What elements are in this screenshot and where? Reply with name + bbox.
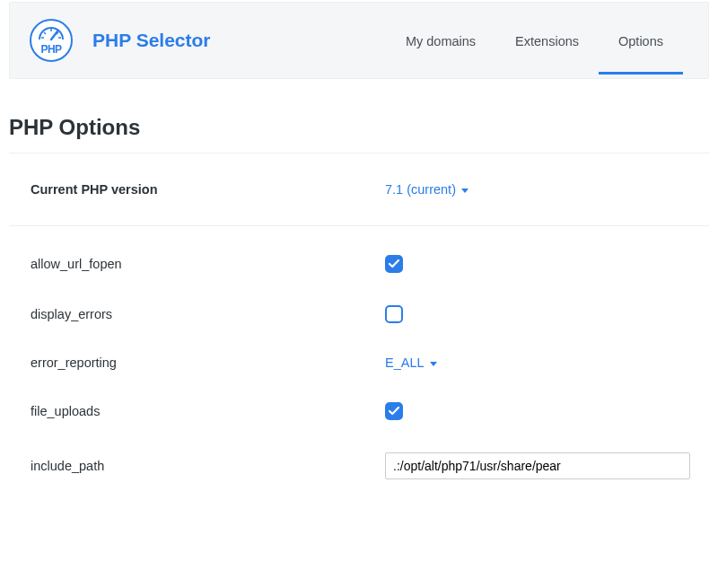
option-control — [385, 452, 709, 479]
gauge-icon — [38, 27, 65, 41]
version-row: Current PHP version 7.1 (current) — [9, 166, 709, 213]
version-section: Current PHP version 7.1 (current) — [9, 159, 709, 220]
divider — [9, 225, 709, 226]
page-title: PHP Options — [9, 115, 709, 140]
check-icon — [389, 407, 399, 416]
option-label: error_reporting — [31, 355, 385, 370]
option-control — [385, 255, 709, 273]
app-title: PHP Selector — [92, 30, 211, 51]
option-row-file_uploads: file_uploads — [9, 386, 709, 436]
checkbox-display_errors[interactable] — [385, 305, 403, 323]
check-icon — [389, 259, 399, 268]
option-label: include_path — [31, 459, 385, 473]
chevron-down-icon — [461, 189, 468, 193]
logo-text: PHP — [40, 43, 61, 60]
option-control — [385, 402, 709, 420]
svg-line-5 — [51, 31, 57, 39]
header-bar: PHP PHP Selector My domainsExtensionsOpt… — [9, 2, 709, 79]
option-control: E_ALL — [385, 355, 709, 370]
option-control — [385, 305, 709, 323]
version-value: 7.1 (current) — [385, 182, 456, 197]
text-input-include_path[interactable] — [385, 452, 690, 479]
option-label: file_uploads — [31, 404, 385, 418]
checkbox-file_uploads[interactable] — [385, 402, 403, 420]
tab-bar: My domainsExtensionsOptions — [386, 23, 683, 58]
chevron-down-icon — [430, 362, 437, 366]
options-section: allow_url_fopendisplay_errorserror_repor… — [9, 232, 709, 503]
tab-my-domains[interactable]: My domains — [386, 7, 495, 75]
checkbox-allow_url_fopen[interactable] — [385, 255, 403, 273]
divider — [9, 153, 709, 154]
tab-options[interactable]: Options — [599, 7, 683, 75]
option-label: allow_url_fopen — [31, 257, 385, 271]
tab-extensions[interactable]: Extensions — [495, 7, 599, 75]
dropdown-error_reporting[interactable]: E_ALL — [385, 355, 437, 370]
option-row-display_errors: display_errors — [9, 289, 709, 339]
option-row-allow_url_fopen: allow_url_fopen — [9, 239, 709, 289]
option-row-error_reporting: error_reportingE_ALL — [9, 339, 709, 386]
option-row-include_path: include_path — [9, 436, 709, 496]
option-label: display_errors — [31, 307, 385, 321]
dropdown-value: E_ALL — [385, 355, 425, 370]
php-logo: PHP — [30, 19, 73, 62]
version-label: Current PHP version — [31, 182, 385, 197]
version-dropdown[interactable]: 7.1 (current) — [385, 182, 468, 197]
svg-line-1 — [44, 32, 46, 34]
